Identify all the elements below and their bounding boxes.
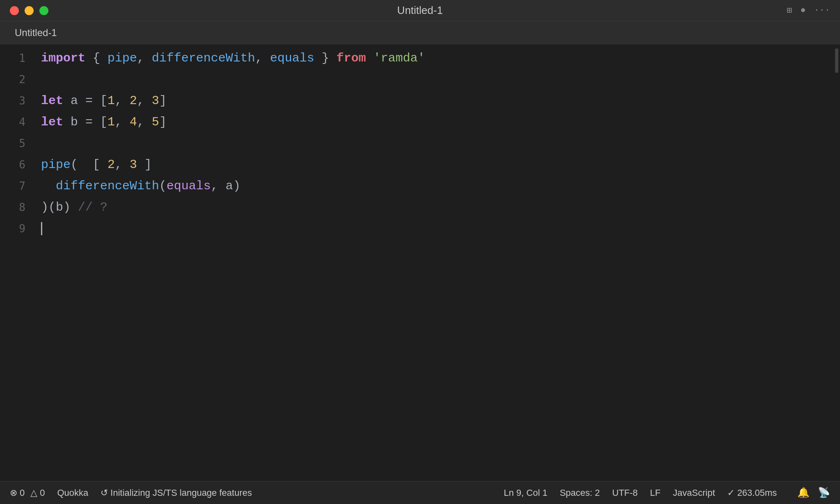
code-line-1: import { pipe , differenceWith , equals … bbox=[41, 48, 833, 69]
code-line-6: pipe ( [ 2 , 3 ] bbox=[41, 154, 833, 175]
line-number-7: 7 bbox=[19, 175, 25, 197]
line-9-gutter: 9 bbox=[0, 218, 30, 239]
quokka-status[interactable]: Quokka bbox=[57, 488, 89, 498]
titlebar: Untitled-1 ⊞ ● ··· bbox=[0, 0, 840, 21]
line-8-gutter: 8 bbox=[0, 197, 30, 218]
code-line-5 bbox=[41, 133, 833, 154]
editor: 1 2 3 4 5 6 7 8 9 i bbox=[0, 44, 840, 481]
line-number-8: 8 bbox=[19, 197, 25, 218]
status-action-icons: 🔔 📡 bbox=[797, 487, 830, 499]
line-1-gutter: 1 bbox=[0, 48, 30, 69]
statusbar: ⊗ 0 △ 0 Quokka ↺ Initializing JS/TS lang… bbox=[0, 481, 840, 504]
close-button[interactable] bbox=[10, 6, 19, 15]
indentation[interactable]: Spaces: 2 bbox=[560, 488, 600, 498]
status-left: ⊗ 0 △ 0 Quokka ↺ Initializing JS/TS lang… bbox=[10, 488, 252, 498]
language-server-status: ↺ Initializing JS/TS language features bbox=[100, 488, 252, 498]
code-editor[interactable]: import { pipe , differenceWith , equals … bbox=[33, 44, 833, 481]
line-number-1: 1 bbox=[19, 48, 25, 69]
line-number-2: 2 bbox=[19, 69, 25, 90]
circle-icon: ● bbox=[800, 5, 806, 16]
code-line-9 bbox=[41, 218, 833, 239]
code-line-8: )(b) // ? bbox=[41, 197, 833, 218]
scrollbar-track[interactable] bbox=[833, 44, 840, 481]
line-6-gutter: 6 bbox=[0, 154, 30, 175]
line-ending[interactable]: LF bbox=[650, 488, 661, 498]
line-5-gutter: 5 bbox=[0, 133, 30, 154]
split-editor-icon[interactable]: ⊞ bbox=[787, 5, 792, 16]
scrollbar-thumb[interactable] bbox=[835, 48, 838, 73]
tabbar: Untitled-1 bbox=[0, 21, 840, 44]
cursor-position[interactable]: Ln 9, Col 1 bbox=[504, 488, 547, 498]
code-line-3: let a = [ 1 , 2 , 3 ] bbox=[41, 90, 833, 111]
token-from: from bbox=[336, 48, 366, 69]
token-import: import bbox=[41, 48, 85, 69]
line-4-gutter: 4 bbox=[0, 111, 30, 133]
code-line-4: let b = [ 1 , 4 , 5 ] bbox=[41, 111, 833, 133]
text-cursor bbox=[41, 222, 42, 235]
line-number-5: 5 bbox=[19, 133, 25, 154]
error-count[interactable]: ⊗ 0 △ 0 bbox=[10, 488, 45, 498]
line-number-4: 4 bbox=[19, 111, 25, 133]
traffic-lights bbox=[10, 6, 48, 15]
timing: ✓ 263.05ms bbox=[727, 488, 777, 498]
status-right: Ln 9, Col 1 Spaces: 2 UTF-8 LF JavaScrip… bbox=[504, 487, 830, 499]
warning-icon: △ bbox=[30, 488, 37, 498]
line-number-3: 3 bbox=[19, 90, 25, 111]
refresh-icon: ↺ bbox=[100, 488, 108, 498]
language-mode[interactable]: JavaScript bbox=[673, 488, 715, 498]
notifications-icon[interactable]: 🔔 bbox=[797, 487, 810, 499]
line-2-gutter: 2 bbox=[0, 69, 30, 90]
code-line-2 bbox=[41, 69, 833, 90]
line-number-9: 9 bbox=[19, 218, 25, 239]
code-line-7: differenceWith ( equals , a ) bbox=[41, 175, 833, 197]
line-7-gutter: 7 bbox=[0, 175, 30, 197]
error-icon: ⊗ bbox=[10, 488, 17, 498]
line-number-gutter: 1 2 3 4 5 6 7 8 9 bbox=[0, 44, 33, 481]
line-3-gutter: 3 bbox=[0, 90, 30, 111]
broadcast-icon[interactable]: 📡 bbox=[818, 487, 830, 499]
line-number-6: 6 bbox=[19, 154, 25, 175]
minimize-button[interactable] bbox=[25, 6, 34, 15]
encoding[interactable]: UTF-8 bbox=[612, 488, 638, 498]
titlebar-actions: ⊞ ● ··· bbox=[787, 5, 830, 16]
window-title: Untitled-1 bbox=[397, 4, 443, 17]
more-actions-icon[interactable]: ··· bbox=[814, 5, 830, 16]
maximize-button[interactable] bbox=[39, 6, 48, 15]
editor-tab[interactable]: Untitled-1 bbox=[8, 24, 64, 42]
